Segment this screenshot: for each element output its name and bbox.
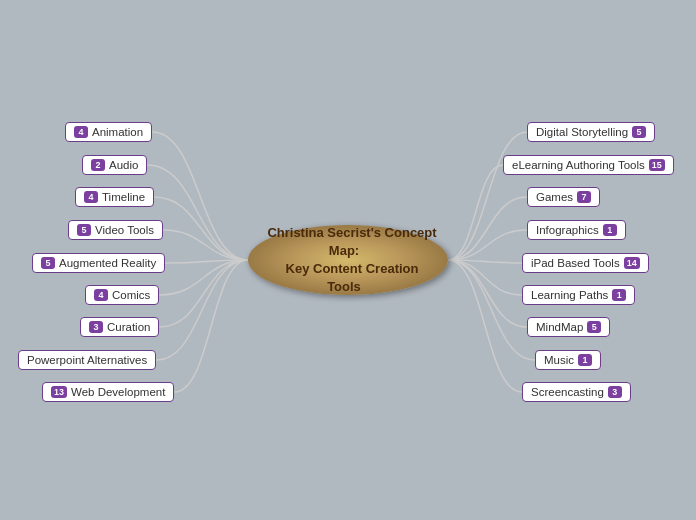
label-timeline: Timeline (102, 191, 145, 203)
badge-web-dev: 13 (51, 386, 67, 398)
node-games[interactable]: 7Games (527, 187, 600, 207)
badge-learning-paths: 1 (612, 289, 626, 301)
node-web-dev[interactable]: 13Web Development (42, 382, 174, 402)
badge-elearning: 15 (649, 159, 665, 171)
center-node: Christina Secrist's Concept Map: Key Con… (248, 225, 448, 295)
node-timeline[interactable]: 4Timeline (75, 187, 154, 207)
mindmap-container: Christina Secrist's Concept Map: Key Con… (0, 0, 696, 520)
node-infographics[interactable]: 1Infographics (527, 220, 626, 240)
label-mindmap: MindMap (536, 321, 583, 333)
badge-animation: 4 (74, 126, 88, 138)
label-digital-storytelling: Digital Storytelling (536, 126, 628, 138)
node-comics[interactable]: 4Comics (85, 285, 159, 305)
node-powerpoint[interactable]: Powerpoint Alternatives (18, 350, 156, 370)
badge-infographics: 1 (603, 224, 617, 236)
node-learning-paths[interactable]: 1Learning Paths (522, 285, 635, 305)
label-powerpoint: Powerpoint Alternatives (27, 354, 147, 366)
node-mindmap[interactable]: 5MindMap (527, 317, 610, 337)
label-web-dev: Web Development (71, 386, 165, 398)
node-audio[interactable]: 2Audio (82, 155, 147, 175)
label-infographics: Infographics (536, 224, 599, 236)
center-line1: Christina Secrist's Concept Map: (259, 221, 436, 262)
label-animation: Animation (92, 126, 143, 138)
label-augmented-reality: Augmented Reality (59, 257, 156, 269)
label-screencasting: Screencasting (531, 386, 604, 398)
label-video-tools: Video Tools (95, 224, 154, 236)
label-curation: Curation (107, 321, 150, 333)
badge-digital-storytelling: 5 (632, 126, 646, 138)
node-animation[interactable]: 4Animation (65, 122, 152, 142)
label-ipad: iPad Based Tools (531, 257, 620, 269)
badge-augmented-reality: 5 (41, 257, 55, 269)
label-comics: Comics (112, 289, 150, 301)
center-label: Christina Secrist's Concept Map: Key Con… (248, 220, 448, 301)
label-games: Games (536, 191, 573, 203)
badge-screencasting: 3 (608, 386, 622, 398)
label-audio: Audio (109, 159, 138, 171)
node-screencasting[interactable]: 3Screencasting (522, 382, 631, 402)
badge-audio: 2 (91, 159, 105, 171)
badge-comics: 4 (94, 289, 108, 301)
label-learning-paths: Learning Paths (531, 289, 608, 301)
label-music: Music (544, 354, 574, 366)
node-curation[interactable]: 3Curation (80, 317, 159, 337)
badge-ipad: 14 (624, 257, 640, 269)
center-line2: Key Content Creation Tools (278, 257, 419, 298)
badge-timeline: 4 (84, 191, 98, 203)
node-digital-storytelling[interactable]: 5Digital Storytelling (527, 122, 655, 142)
badge-games: 7 (577, 191, 591, 203)
node-augmented-reality[interactable]: 5Augmented Reality (32, 253, 165, 273)
badge-mindmap: 5 (587, 321, 601, 333)
badge-video-tools: 5 (77, 224, 91, 236)
node-video-tools[interactable]: 5Video Tools (68, 220, 163, 240)
node-ipad[interactable]: 14iPad Based Tools (522, 253, 649, 273)
node-music[interactable]: 1Music (535, 350, 601, 370)
badge-curation: 3 (89, 321, 103, 333)
badge-music: 1 (578, 354, 592, 366)
label-elearning: eLearning Authoring Tools (512, 159, 645, 171)
node-elearning[interactable]: 15eLearning Authoring Tools (503, 155, 674, 175)
